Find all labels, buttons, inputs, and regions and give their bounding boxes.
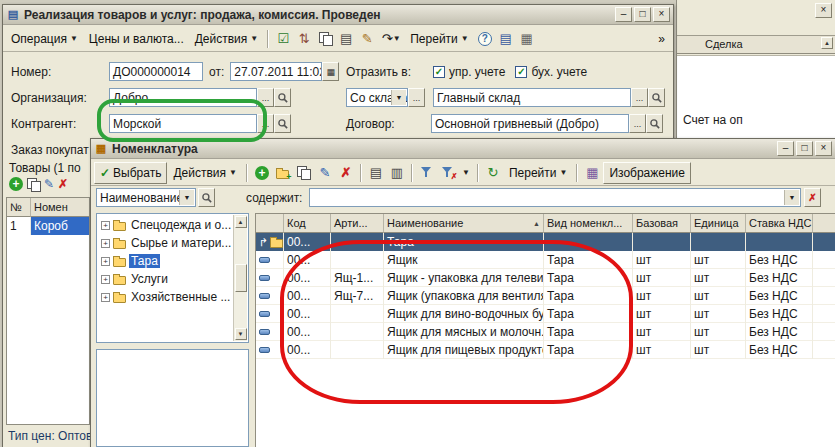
magnifier-icon[interactable]	[274, 88, 291, 107]
nomenclature-row[interactable]: 00... Ящик Тара шт шт Без НДС	[256, 251, 835, 269]
goods-num-header[interactable]: №	[7, 198, 31, 217]
tree-item[interactable]: + Сырье и матери...	[97, 234, 232, 252]
operation-button[interactable]: Операция▼	[6, 29, 83, 49]
minimize-icon[interactable]: –	[777, 141, 794, 156]
price-type-footer[interactable]: Тип цен: Оптов	[8, 429, 92, 443]
actions-button[interactable]: Действия▼	[190, 29, 264, 49]
deal-column-header[interactable]: Сделка	[705, 38, 743, 50]
fin-accounting-checkbox[interactable]: ✓	[515, 66, 527, 78]
magnifier-icon[interactable]	[648, 88, 665, 107]
kind-column-header[interactable]: Вид номенкл...	[544, 214, 633, 233]
nomenclature-titlebar[interactable]: ▦ Номенклатура – □ ×	[91, 139, 835, 159]
toolbar-overflow-button[interactable]: »	[653, 29, 670, 49]
warehouse-field[interactable]: Главный склад	[433, 88, 631, 107]
copy-row-icon[interactable]	[27, 178, 40, 191]
clear-filter-icon[interactable]: ✗	[438, 163, 458, 182]
add-row-icon[interactable]: +	[9, 177, 23, 191]
magnifier-icon[interactable]	[198, 188, 215, 207]
organization-field[interactable]: Добро	[109, 88, 257, 107]
calendar-icon[interactable]: ▦	[322, 62, 339, 81]
number-field[interactable]: ДО000000014	[109, 62, 203, 81]
tree-item[interactable]: + Спецодежда и о...	[97, 216, 232, 234]
edit-icon[interactable]: ✎	[315, 163, 335, 182]
scroll-up-icon[interactable]: ▲	[821, 37, 833, 49]
edit-icon[interactable]: ✎	[357, 29, 377, 48]
filter-icon[interactable]	[417, 163, 437, 182]
delete-icon[interactable]: ✗	[336, 163, 356, 182]
name-column-header[interactable]: Наименование▲	[384, 214, 544, 233]
clear-search-icon[interactable]: ✗	[804, 188, 821, 207]
mgmt-accounting-checkbox[interactable]: ✓	[433, 66, 445, 78]
contract-field[interactable]: Основной гривневый (Добро)	[431, 114, 629, 133]
nomenclature-row[interactable]: 00... Ящик для вино-водочных бут... Тара…	[256, 305, 835, 323]
warehouse-mode-combo[interactable]: Со склада▼	[346, 88, 408, 107]
add-icon[interactable]: +	[252, 163, 272, 182]
article-column-header[interactable]: Арти...	[331, 214, 384, 233]
help-icon[interactable]: ?	[475, 29, 495, 48]
tree-scrollbar[interactable]: ▲ ▼	[233, 215, 247, 341]
tree-item[interactable]: + Тара	[97, 252, 232, 270]
ellipsis-icon[interactable]: ...	[257, 88, 274, 107]
goods-row[interactable]: 1 Короб	[7, 217, 89, 235]
picture-grid-icon[interactable]: ▦	[582, 163, 602, 182]
ellipsis-icon[interactable]: ...	[408, 88, 425, 107]
search-field-combo[interactable]: Наименование▼	[96, 188, 196, 207]
nomenclature-row[interactable]: 00... Ящ-1... Ящик - упаковка для телеви…	[256, 269, 835, 287]
expand-plus-icon[interactable]: +	[101, 293, 110, 302]
tree-item[interactable]: + Услуги	[97, 270, 232, 288]
print-icon[interactable]: ▤	[336, 29, 356, 48]
code-column-header[interactable]: Код	[284, 214, 331, 233]
icon-column-header[interactable]	[256, 214, 284, 233]
print-preview-icon[interactable]: ▥	[387, 163, 407, 182]
post-document-icon[interactable]: ☑	[273, 29, 293, 48]
ellipsis-icon[interactable]: ...	[257, 114, 274, 133]
nomenclature-row[interactable]: 00... Ящик для мясных и молочн... Тара ш…	[256, 323, 835, 341]
create-based-on-icon[interactable]: ↷▼	[378, 29, 404, 48]
expand-plus-icon[interactable]: +	[101, 257, 110, 266]
add-group-icon[interactable]: +	[273, 163, 293, 182]
actions-button[interactable]: Действия▼	[168, 163, 242, 183]
nomenclature-row[interactable]: ↱ 00... Тара	[256, 233, 835, 251]
close-icon[interactable]: ×	[653, 7, 670, 22]
goto-button[interactable]: Перейти▼	[405, 29, 473, 49]
maximize-icon[interactable]: □	[634, 7, 651, 22]
tree-item[interactable]: + Хозяйственные ...	[97, 288, 232, 306]
copy-icon[interactable]	[294, 163, 314, 182]
ellipsis-icon[interactable]: ...	[629, 114, 646, 133]
expand-plus-icon[interactable]: +	[101, 239, 110, 248]
filter-dropdown-icon[interactable]: ▼	[459, 163, 473, 182]
nomenclature-row[interactable]: 00... Ящ-7... Ящик (упаковка для вентиля…	[256, 287, 835, 305]
goods-tab[interactable]: Товары (1 по	[9, 161, 81, 175]
goods-name-header[interactable]: Номен	[31, 198, 89, 217]
edit-row-icon[interactable]: ✎	[44, 177, 54, 191]
close-icon[interactable]: ×	[815, 3, 832, 18]
print-icon[interactable]: ▤	[366, 163, 386, 182]
structure-icon[interactable]: ▦	[517, 29, 537, 48]
contragent-field[interactable]: Морской	[109, 114, 257, 133]
maximize-icon[interactable]: □	[796, 141, 813, 156]
date-field[interactable]: 27.07.2011 11:02:18	[230, 62, 322, 81]
scroll-down-icon[interactable]: ▼	[235, 328, 247, 340]
expand-plus-icon[interactable]: +	[101, 275, 110, 284]
magnifier-icon[interactable]	[274, 114, 291, 133]
prices-currency-button[interactable]: Цены и валюта...	[84, 29, 189, 49]
select-button[interactable]: ✓Выбрать	[94, 162, 167, 184]
scrollbar-thumb[interactable]	[235, 264, 247, 292]
list-settings-icon[interactable]: ▤	[496, 29, 516, 48]
nomenclature-row[interactable]: 00... Ящик для пищевых продуктов Тара шт…	[256, 341, 835, 359]
image-button[interactable]: Изображение	[603, 162, 691, 184]
minimize-icon[interactable]: –	[615, 7, 632, 22]
ellipsis-icon[interactable]: ...	[631, 88, 648, 107]
unit-column-header[interactable]: Единица	[691, 214, 746, 233]
vat-column-header[interactable]: Ставка НДС	[746, 214, 813, 233]
copy-icon[interactable]	[315, 29, 335, 48]
search-value-combo[interactable]: ▼	[309, 188, 801, 207]
refresh-icon[interactable]: ↻	[483, 163, 503, 182]
expand-plus-icon[interactable]: +	[101, 221, 110, 230]
document-titlebar[interactable]: ▤ Реализация товаров и услуг: продажа, к…	[3, 5, 673, 25]
goto-button[interactable]: Перейти▼	[504, 163, 572, 183]
close-icon[interactable]: ×	[815, 141, 832, 156]
movements-icon[interactable]: ⇅	[294, 29, 314, 48]
delete-row-icon[interactable]: ✗	[58, 177, 68, 191]
base-unit-column-header[interactable]: Базовая	[633, 214, 691, 233]
